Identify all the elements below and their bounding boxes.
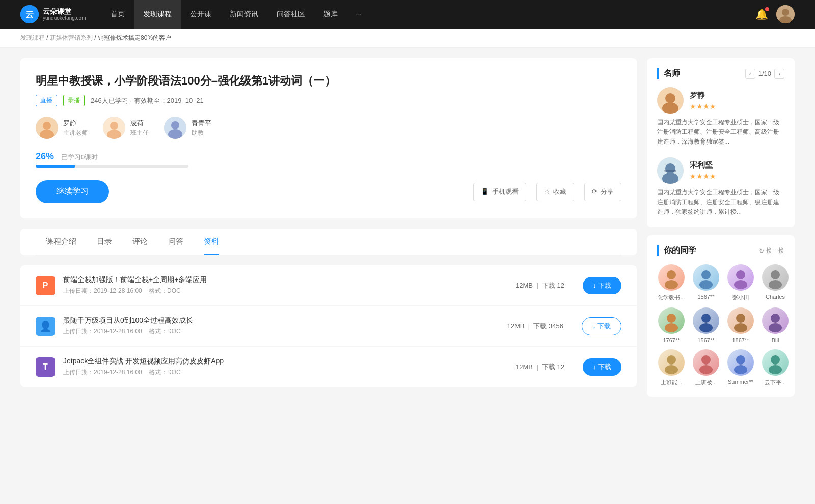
nav-discover[interactable]: 发现课程 (134, 0, 181, 29)
refresh-icon: ↻ (759, 247, 764, 255)
resource-meta-3: 上传日期：2019-12-28 16:00 格式：DOC (63, 368, 507, 377)
svg-rect-20 (664, 170, 676, 172)
refresh-classmates-btn[interactable]: ↻ 换一换 (759, 246, 784, 255)
classmate-6-name: 1567** (692, 337, 720, 343)
classmates-grid: 化学教书... 1567** (657, 264, 784, 386)
classmates-card: 你的同学 ↻ 换一换 化学教书... (647, 235, 795, 397)
progress-sub: 已学习0课时 (61, 153, 98, 161)
svg-point-23 (701, 270, 711, 279)
teachers-prev-btn[interactable]: ‹ (745, 69, 755, 79)
nav-news[interactable]: 新闻资讯 (221, 0, 267, 29)
resource-info-3: Jetpack全组件实战 开发短视频应用高仿皮皮虾App 上传日期：2019-1… (63, 357, 507, 377)
tab-catalog[interactable]: 目录 (87, 229, 122, 255)
classmate-3[interactable]: 张小田 (726, 264, 755, 301)
tab-qa[interactable]: 问答 (158, 229, 194, 255)
teachers-next-btn[interactable]: › (774, 69, 784, 79)
breadcrumb-series[interactable]: 新媒体营销系列 (50, 34, 93, 41)
navbar: 云 云朵课堂 yunduoketang.com 首页 发现课程 公开课 新闻资讯… (0, 0, 815, 29)
svg-point-44 (769, 365, 782, 374)
nav-home[interactable]: 首页 (101, 0, 134, 29)
tab-intro[interactable]: 课程介绍 (36, 229, 87, 255)
sidebar-teacher-1-avatar (657, 87, 684, 114)
progress-section: 26% 已学习0课时 (36, 151, 621, 168)
teacher-2: 凌荷 班主任 (103, 117, 149, 139)
sidebar-teacher-1-top: 罗静 ★★★★ (657, 87, 784, 114)
svg-point-37 (667, 355, 676, 365)
nav-open[interactable]: 公开课 (181, 0, 221, 29)
sidebar-teacher-1-info: 罗静 ★★★★ (690, 91, 716, 110)
classmate-7[interactable]: 1867** (726, 307, 755, 343)
teacher-3: 青青平 助教 (164, 117, 211, 139)
tag-record: 录播 (63, 95, 85, 106)
tab-resources[interactable]: 资料 (194, 229, 229, 255)
resource-icon-1: P (36, 276, 55, 295)
teachers-sidebar-card: 名师 ‹ 1/10 › (647, 58, 795, 227)
logo[interactable]: 云 云朵课堂 yunduoketang.com (20, 5, 86, 23)
resource-item-1: P 前端全栈加强版！前端全栈+全周期+多端应用 上传日期：2019-12-28 … (20, 265, 637, 306)
classmate-11-name: Summer** (726, 379, 755, 385)
resource-info-1: 前端全栈加强版！前端全栈+全周期+多端应用 上传日期：2019-12-28 16… (63, 275, 507, 295)
classmate-4[interactable]: Charles (761, 264, 790, 301)
download-button-1[interactable]: ↓ 下载 (583, 277, 621, 294)
share-link[interactable]: ⟳ 分享 (584, 183, 621, 201)
resource-title-1: 前端全栈加强版！前端全栈+全周期+多端应用 (63, 275, 507, 285)
svg-point-35 (771, 314, 780, 323)
teachers-card-header: 名师 ‹ 1/10 › (657, 68, 784, 79)
classmate-11[interactable]: Summer** (726, 349, 755, 386)
nav-quiz[interactable]: 题库 (314, 0, 347, 29)
refresh-label: 换一换 (766, 246, 784, 255)
classmate-6[interactable]: 1567** (692, 307, 720, 343)
svg-point-6 (43, 122, 51, 130)
tab-comment[interactable]: 评论 (122, 229, 158, 255)
svg-point-24 (699, 280, 713, 289)
teacher-2-info: 凌荷 班主任 (130, 119, 149, 137)
resource-meta-1: 上传日期：2019-12-28 16:00 格式：DOC (63, 287, 507, 295)
collect-link[interactable]: ☆ 收藏 (536, 183, 574, 201)
classmate-8[interactable]: Bill (761, 307, 790, 343)
classmate-5-name: 1767** (657, 337, 686, 343)
classmate-10-avatar (693, 349, 719, 376)
classmate-2[interactable]: 1567** (692, 264, 720, 301)
classmate-7-name: 1867** (726, 337, 755, 343)
content-left: 明星中教授课，小学阶段语法100分–强化级第1讲动词（一） 直播 录播 246人… (20, 58, 637, 397)
svg-point-12 (171, 121, 179, 129)
teacher-1-avatar (36, 117, 58, 139)
mobile-icon: 📱 (481, 188, 489, 195)
notification-bell[interactable]: 🔔 (755, 8, 768, 20)
action-links: 📱 手机观看 ☆ 收藏 ⟳ 分享 (473, 183, 621, 201)
svg-point-26 (734, 280, 747, 289)
download-button-2[interactable]: ↓ 下载 (582, 317, 621, 335)
nav-more[interactable]: ··· (347, 0, 371, 29)
svg-point-40 (699, 365, 713, 374)
nav-items: 首页 发现课程 公开课 新闻资讯 问答社区 题库 ··· (101, 0, 755, 29)
resource-icon-2: 👤 (36, 317, 55, 336)
breadcrumb: 发现课程 / 新媒体营销系列 / 销冠修炼术搞定80%的客户 (0, 29, 815, 48)
resource-icon-3: T (36, 357, 55, 377)
nav-qa[interactable]: 问答社区 (267, 0, 314, 29)
download-button-3[interactable]: ↓ 下载 (583, 358, 621, 376)
svg-point-9 (110, 122, 118, 130)
mobile-view-link[interactable]: 📱 手机观看 (473, 183, 526, 201)
share-icon: ⟳ (592, 188, 597, 195)
classmate-10[interactable]: 上班被... (692, 349, 720, 386)
svg-point-33 (736, 314, 745, 323)
continue-button[interactable]: 继续学习 (36, 180, 109, 203)
progress-bar-fill (36, 165, 75, 168)
course-card: 明星中教授课，小学阶段语法100分–强化级第1讲动词（一） 直播 录播 246人… (20, 58, 637, 218)
svg-point-22 (665, 280, 678, 289)
breadcrumb-discover[interactable]: 发现课程 (20, 34, 45, 41)
sidebar-right: 名师 ‹ 1/10 › (647, 58, 795, 397)
breadcrumb-current: 销冠修炼术搞定80%的客户 (98, 34, 171, 41)
classmate-9[interactable]: 上班能... (657, 349, 686, 386)
classmate-12[interactable]: 云下平... (761, 349, 790, 386)
classmate-5[interactable]: 1767** (657, 307, 686, 343)
svg-point-18 (665, 163, 675, 174)
classmate-7-avatar (727, 307, 754, 334)
classmate-1-name: 化学教书... (657, 294, 686, 301)
classmate-4-name: Charles (761, 294, 790, 300)
classmate-1[interactable]: 化学教书... (657, 264, 686, 301)
teacher-1-info: 罗静 主讲老师 (63, 119, 88, 137)
svg-text:云: 云 (25, 10, 34, 19)
classmate-8-name: Bill (761, 337, 790, 343)
user-avatar-nav[interactable] (776, 5, 795, 23)
